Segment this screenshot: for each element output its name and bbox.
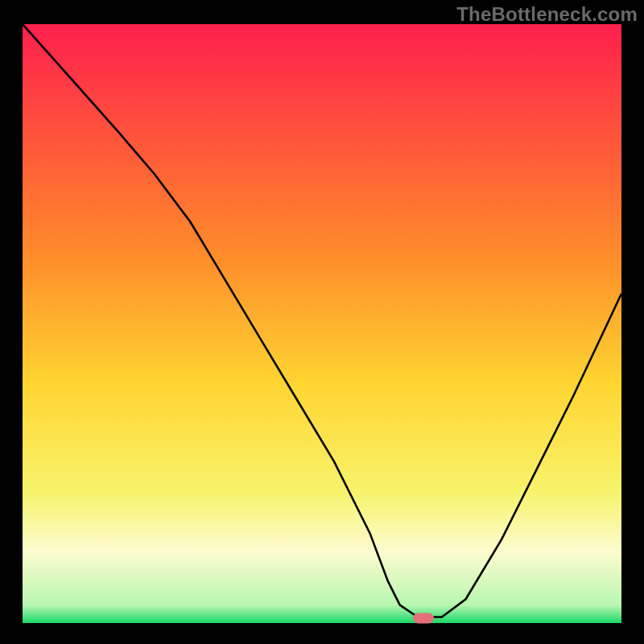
optimal-marker (413, 613, 434, 624)
background-gradient (23, 24, 621, 623)
plot-area (21, 23, 623, 625)
chart-container: TheBottleneck.com (0, 0, 644, 644)
